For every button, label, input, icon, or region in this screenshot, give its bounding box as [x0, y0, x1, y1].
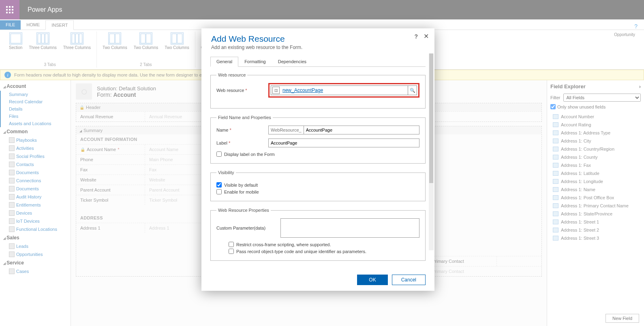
chevron-right-icon[interactable]: › — [639, 83, 641, 89]
svg-rect-7 — [9, 12, 11, 13]
label-input[interactable] — [268, 138, 419, 147]
ribbon-two-cols-b[interactable]: Two Columns — [131, 32, 161, 51]
field-list-item[interactable]: Address 1: Fax — [550, 161, 641, 169]
nav-item-icon — [9, 178, 15, 183]
svg-rect-4 — [9, 9, 11, 11]
tab-insert[interactable]: INSERT — [45, 20, 74, 30]
ribbon-section[interactable]: Section — [6, 32, 25, 51]
visible-default-checkbox[interactable] — [216, 182, 222, 188]
field-list-item[interactable]: Address 1: County — [550, 153, 641, 161]
nav-item-icon — [9, 251, 15, 257]
lookup-search-icon[interactable]: 🔍 — [408, 86, 417, 95]
nav-common-item[interactable]: IoT Devices — [0, 217, 71, 225]
nav-summary[interactable]: Summary — [0, 91, 71, 98]
nav-assets[interactable]: Assets and Locations — [0, 120, 71, 127]
pass-record-checkbox[interactable] — [229, 249, 234, 254]
field-list-item[interactable]: Address 1: City — [550, 137, 641, 145]
ribbon-opportunity[interactable]: Opportunity — [612, 32, 638, 38]
name-input[interactable] — [304, 126, 419, 134]
field-list-item[interactable]: Address 1: Address Type — [550, 129, 641, 137]
nav-common-item[interactable]: Contacts — [0, 160, 71, 168]
field-icon — [553, 203, 558, 208]
field-list-item[interactable]: Address 1: Country/Region — [550, 145, 641, 153]
field-label: Fax — [76, 165, 145, 175]
web-resource-value[interactable]: new_AccountPage — [281, 87, 408, 93]
display-label-checkbox[interactable] — [216, 151, 222, 157]
ribbon-three-cols-a[interactable]: Three Columns — [26, 32, 59, 51]
ribbon-label: Two Columns — [134, 45, 158, 50]
nav-common-item[interactable]: Functional Locations — [0, 225, 71, 233]
field-explorer: Field Explorer› Filter All Fields Only s… — [547, 80, 644, 326]
dialog-scrollbar[interactable] — [429, 53, 434, 250]
tab-home[interactable]: HOME — [21, 20, 45, 30]
field-placeholder[interactable]: Primary Contact — [428, 266, 541, 276]
field-list-item[interactable]: Account Rating — [550, 121, 641, 129]
field-list-item[interactable]: Address 1: Street 3 — [550, 234, 641, 242]
nav-files[interactable]: Files — [0, 113, 71, 120]
web-resource-lookup[interactable]: ◫ new_AccountPage 🔍 — [271, 85, 417, 95]
dialog-tab-dependencies[interactable]: Dependencies — [272, 57, 312, 66]
nav-service-item[interactable]: Cases — [0, 267, 71, 275]
restrict-scripting-text: Restrict cross-frame scripting, where su… — [236, 242, 331, 247]
top-bar: Power Apps — [0, 0, 644, 19]
nav-common-item[interactable]: Documents — [0, 168, 71, 177]
field-list-item[interactable]: Address 1: Name — [550, 185, 641, 194]
web-resource-highlight: ◫ new_AccountPage 🔍 — [268, 83, 419, 98]
enable-mobile-checkbox[interactable] — [216, 189, 222, 194]
nav-common-item[interactable]: Social Profiles — [0, 152, 71, 160]
svg-rect-1 — [9, 6, 11, 8]
svg-rect-2 — [12, 6, 13, 8]
field-list-item[interactable]: Address 1: Latitude — [550, 169, 641, 177]
nav-common-item[interactable]: Devices — [0, 209, 71, 217]
field-label: Parent Account — [76, 185, 145, 195]
nav-head-account[interactable]: Account — [0, 82, 71, 91]
nav-record-calendar[interactable]: Record Calendar — [0, 98, 71, 105]
nav-head-common[interactable]: Common — [0, 127, 71, 136]
nav-common-item[interactable]: Playbooks — [0, 136, 71, 144]
ribbon-three-cols-b[interactable]: Three Columns — [61, 32, 93, 51]
app-launcher-icon[interactable] — [0, 0, 19, 19]
custom-param-input[interactable] — [280, 218, 419, 238]
tab-file[interactable]: FILE — [0, 20, 21, 30]
field-list-item[interactable]: Address 1: Street 1 — [550, 218, 641, 226]
ribbon-two-cols-a[interactable]: Two Columns — [100, 32, 130, 51]
visibility-group: Visibility Visible by default Enable for… — [210, 170, 426, 201]
field-icon — [553, 211, 558, 216]
nav-common-item[interactable]: Documents — [0, 185, 71, 193]
field-label: Website — [76, 175, 145, 185]
nav-common-item[interactable]: Entitlements — [0, 201, 71, 209]
display-label-text: Display label on the Form — [224, 152, 275, 157]
field-list-item[interactable]: Address 1: Street 2 — [550, 226, 641, 234]
field-list-item[interactable]: Address 1: Post Office Box — [550, 194, 641, 202]
enable-mobile-text: Enable for mobile — [224, 190, 259, 194]
nav-common-item[interactable]: Activities — [0, 144, 71, 152]
cancel-button[interactable]: Cancel — [392, 275, 426, 285]
field-list-item[interactable]: Address 1: Primary Contact Name — [550, 202, 641, 210]
ok-button[interactable]: OK — [357, 275, 387, 285]
name-props-group: Field Name and Properties Name * WebReso… — [210, 115, 426, 164]
entity-avatar-icon: ◯ — [76, 83, 92, 100]
nav-sales-item[interactable]: Leads — [0, 242, 71, 250]
nav-common-item[interactable]: Audit History — [0, 193, 71, 201]
dialog-tab-general[interactable]: General — [210, 57, 238, 67]
only-unused-checkbox[interactable] — [550, 104, 556, 109]
field-list-item[interactable]: Account Number — [550, 113, 641, 121]
nav-details[interactable]: Details — [0, 105, 71, 113]
field-list-item[interactable]: Address 1: State/Province — [550, 210, 641, 218]
nav-common-item[interactable]: Connections — [0, 177, 71, 185]
field-list-item[interactable]: Address 1: Longitude — [550, 177, 641, 185]
ribbon-label: Two Columns — [165, 45, 189, 50]
dialog-close-icon[interactable]: ✕ — [424, 32, 429, 40]
ribbon-two-cols-c[interactable]: Two Columns — [162, 32, 192, 51]
nav-head-service[interactable]: Service — [0, 258, 71, 267]
dialog-tab-formatting[interactable]: Formatting — [238, 57, 272, 66]
field-label: Address 1 — [76, 223, 145, 233]
dialog-help-icon[interactable]: ? — [414, 33, 418, 40]
help-icon[interactable]: ? — [634, 23, 638, 30]
nav-head-sales[interactable]: Sales — [0, 233, 71, 242]
restrict-scripting-checkbox[interactable] — [229, 242, 234, 247]
field-icon — [553, 187, 558, 192]
new-field-button[interactable]: New Field — [605, 314, 639, 323]
filter-select[interactable]: All Fields — [563, 94, 641, 102]
nav-sales-item[interactable]: Opportunities — [0, 250, 71, 258]
